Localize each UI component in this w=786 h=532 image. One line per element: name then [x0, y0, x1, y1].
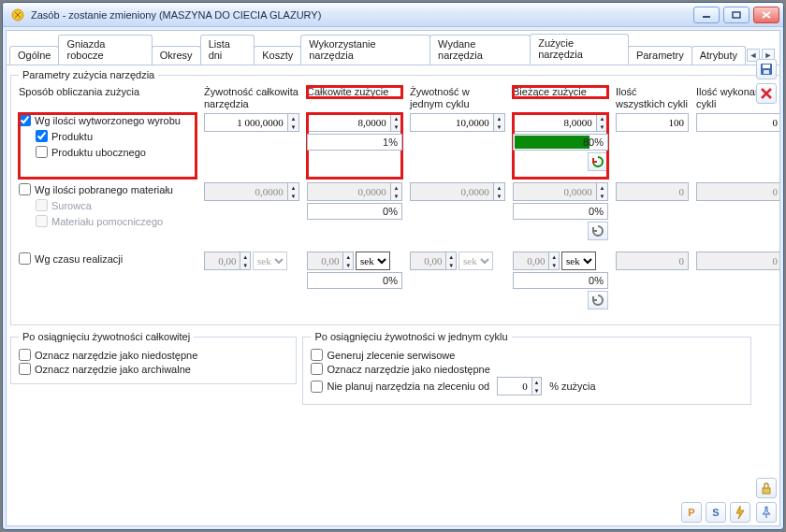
qty-wear-total[interactable]: [307, 113, 391, 132]
svg-rect-5: [764, 70, 769, 74]
chk-tl-unavail-label: Oznacz narzędzie jako niedostępne: [35, 350, 197, 361]
tab-gniazda[interactable]: Gniazda robocze: [58, 35, 152, 65]
chk-cl-service-label: Generuj zlecenie serwisowe: [327, 350, 455, 361]
chk-time-label: Wg czasu realizacji: [35, 253, 123, 265]
time-life-total: [204, 252, 240, 270]
spinner-icon: ▲▼: [549, 252, 560, 270]
time-life-cycle: [410, 252, 446, 270]
chk-cl-noplan[interactable]: [311, 381, 323, 393]
spinner-icon: ▲▼: [446, 252, 457, 270]
tab-zuzycie[interactable]: Zużycie narzędzia: [530, 34, 629, 65]
minimize-button[interactable]: [693, 7, 720, 23]
tab-wydane[interactable]: Wydane narzędzia: [429, 35, 531, 65]
svg-rect-4: [763, 65, 770, 68]
tab-content: Parametry zużycia narzędzia Sposób oblic…: [7, 65, 779, 525]
qty-wear-current[interactable]: [513, 113, 597, 132]
hdr-wear-total: Całkowite zużycie: [307, 86, 402, 98]
tab-lista[interactable]: Lista dni: [200, 35, 255, 65]
tab-okresy[interactable]: Okresy: [152, 46, 201, 65]
time-wear-total-pct: 0%: [307, 272, 402, 289]
spinner-icon: ▲▼: [343, 252, 354, 270]
tab-strip: Ogólne Gniazda robocze Okresy Lista dni …: [7, 31, 779, 65]
chk-time[interactable]: [19, 252, 31, 265]
reset-wear-icon[interactable]: [588, 152, 608, 171]
chk-qty[interactable]: [19, 114, 31, 126]
cl-noplan-value[interactable]: [497, 377, 532, 395]
maximize-button[interactable]: [723, 7, 750, 23]
mat-cycles-done: [696, 182, 779, 201]
hdr-wear-current: Bieżące zużycie: [513, 86, 608, 98]
cl-noplan-suffix: % zużycia: [549, 381, 596, 392]
qty-life-cycle[interactable]: [410, 113, 494, 132]
action-p-button[interactable]: P: [681, 502, 702, 523]
tab-koszty[interactable]: Koszty: [254, 46, 301, 65]
action-flash-icon[interactable]: [730, 502, 750, 523]
tab-ogolne[interactable]: Ogólne: [9, 46, 59, 65]
time-wear-current: [513, 252, 549, 270]
chk-qty-byprod[interactable]: [36, 146, 48, 158]
chk-cl-service[interactable]: [311, 349, 323, 361]
save-icon[interactable]: [756, 59, 777, 79]
tab-atrybuty[interactable]: Atrybuty: [691, 46, 746, 65]
pin-icon[interactable]: [756, 502, 777, 523]
reset-wear-icon[interactable]: [588, 222, 608, 240]
window-buttons: [693, 7, 779, 23]
method-time: Wg czasu realizacji: [19, 252, 196, 317]
qty-cycles-done[interactable]: [696, 113, 779, 132]
time-wear-total-unit[interactable]: sek: [356, 252, 390, 270]
chk-mat-raw-label: Surowca: [51, 200, 92, 211]
time-life-total-unit: sek: [253, 252, 287, 270]
time-cycles-done: [696, 252, 779, 270]
qty-wear-total-pct: 1%: [307, 134, 402, 151]
chk-mat-aux: [36, 215, 48, 227]
group-cycle-life-legend: Po osiągnięciu żywotności w jednym cyklu: [311, 331, 511, 342]
svg-rect-6: [763, 488, 770, 494]
qty-wear-current-pct: 80%: [513, 134, 608, 151]
spinner-icon[interactable]: ▲▼: [532, 377, 542, 395]
group-cycle-life: Po osiągnięciu żywotności w jednym cyklu…: [302, 331, 751, 405]
mat-life-total: [204, 182, 288, 201]
spinner-icon: ▲▼: [288, 182, 299, 201]
svg-rect-2: [733, 12, 740, 18]
spinner-icon[interactable]: ▲▼: [494, 113, 505, 132]
mat-wear-total: [307, 182, 391, 201]
time-cycles-all: [616, 252, 689, 270]
mat-wear-total-pct: 0%: [307, 203, 402, 220]
chk-tl-unavail[interactable]: [19, 349, 31, 361]
footer-actions: P S: [681, 502, 750, 523]
side-actions-top: [756, 59, 777, 104]
close-button[interactable]: [753, 7, 779, 23]
lock-icon[interactable]: [756, 478, 777, 498]
qty-life-total[interactable]: [204, 113, 288, 132]
svg-rect-1: [703, 16, 710, 18]
hdr-cycles-all: Ilość wszystkich cykli: [616, 86, 689, 109]
hdr-life-cycle: Żywotność w jednym cyklu: [410, 86, 505, 109]
mat-wear-current: [513, 182, 597, 201]
chk-qty-prod[interactable]: [36, 130, 48, 142]
chk-cl-unavail[interactable]: [311, 363, 323, 375]
chk-cl-unavail-label: Oznacz narzędzie jako niedostępne: [327, 364, 489, 375]
spinner-icon[interactable]: ▲▼: [391, 113, 402, 132]
method-mat: Wg ilości pobranego materiału Surowca Ma…: [19, 182, 196, 248]
chk-tl-archive[interactable]: [19, 363, 31, 375]
time-wear-current-pct: 0%: [513, 272, 608, 289]
time-wear-current-unit[interactable]: sek: [561, 252, 596, 270]
tab-wykorz[interactable]: Wykorzystanie narzędzia: [300, 35, 430, 65]
group-parametry-legend: Parametry zużycia narzędzia: [19, 69, 158, 80]
app-icon: [10, 7, 25, 22]
chk-mat-label: Wg ilości pobranego materiału: [35, 184, 173, 195]
cancel-icon[interactable]: [756, 83, 777, 104]
qty-cycles-all[interactable]: [616, 113, 689, 132]
spinner-icon: ▲▼: [240, 252, 251, 270]
hdr-life-total: Żywotność całkowita narzędzia: [204, 86, 299, 109]
mat-cycles-all: [616, 182, 689, 201]
chk-cl-noplan-label: Nie planuj narzędzia na zleceniu od: [327, 381, 489, 392]
action-s-button[interactable]: S: [706, 502, 726, 523]
spinner-icon[interactable]: ▲▼: [597, 113, 608, 132]
chk-mat[interactable]: [19, 183, 31, 195]
tab-parametry[interactable]: Parametry: [628, 46, 692, 65]
spinner-icon[interactable]: ▲▼: [288, 113, 299, 132]
reset-wear-icon[interactable]: [588, 291, 608, 309]
time-life-cycle-unit: sek: [458, 252, 493, 270]
group-total-life-legend: Po osiągnięciu żywotności całkowitej: [19, 331, 194, 342]
